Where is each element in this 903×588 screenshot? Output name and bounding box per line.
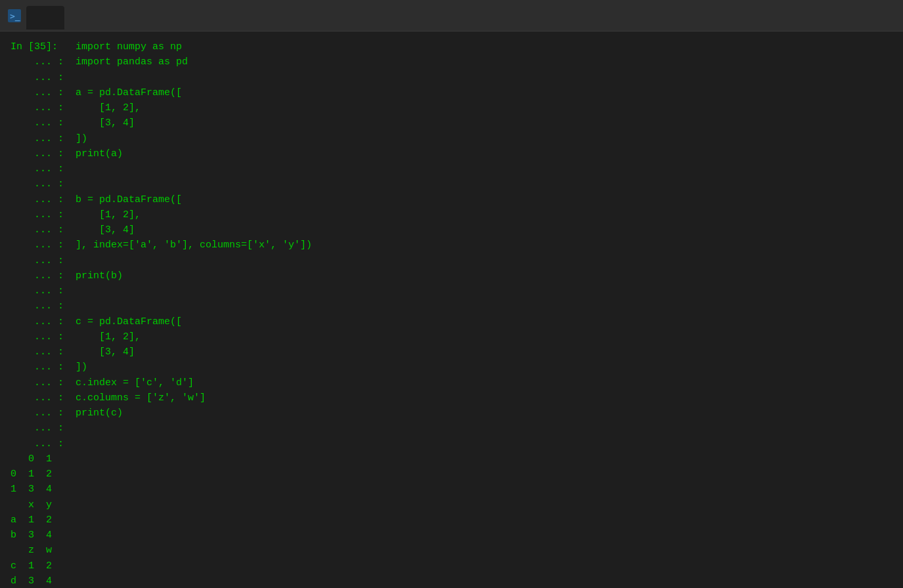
output-line: 0 1 2 [11, 467, 892, 482]
terminal-line: ... : print(c) [11, 406, 892, 421]
prompt: ... : [11, 406, 70, 421]
prompt: ... : [11, 253, 70, 268]
close-button[interactable] [865, 0, 895, 32]
prompt: ... : [11, 238, 70, 253]
code-text: [1, 2], [70, 100, 141, 116]
minimize-button[interactable] [804, 0, 835, 32]
terminal-line: ... : [11, 421, 892, 436]
terminal-line: ... : a = pd.DataFrame([ [11, 85, 892, 100]
code-text: [1, 2], [70, 329, 141, 345]
terminal-line: ... : ]) [11, 131, 892, 146]
code-text: c = pd.DataFrame([ [70, 314, 182, 329]
terminal-line: ... : [11, 70, 892, 85]
prompt: ... : [11, 421, 70, 436]
terminal-line: ... : c.index = ['c', 'd'] [11, 375, 892, 390]
terminal-line: In [35]: import numpy as np [11, 39, 892, 54]
terminal-line: ... : b = pd.DataFrame([ [11, 192, 892, 207]
code-text: c.columns = ['z', 'w'] [70, 390, 206, 406]
dropdown-button[interactable] [93, 7, 112, 25]
terminal-line: ... : [11, 436, 892, 452]
code-text: [1, 2], [70, 207, 141, 222]
terminal-line: ... : print(b) [11, 268, 892, 284]
prompt: ... : [11, 161, 70, 177]
code-text: c.index = ['c', 'd'] [70, 375, 194, 390]
output-line: 1 3 4 [11, 482, 892, 497]
prompt: ... : [11, 284, 70, 299]
prompt: ... : [11, 85, 70, 100]
code-text: import pandas as pd [70, 54, 188, 70]
terminal-output: In [35]: import numpy as np ... : import… [0, 32, 903, 588]
prompt: ... : [11, 375, 70, 390]
prompt: ... : [11, 314, 70, 329]
prompt: ... : [11, 436, 70, 452]
prompt: ... : [11, 100, 70, 116]
output-line: a 1 2 [11, 513, 892, 528]
prompt: ... : [11, 390, 70, 406]
prompt: ... : [11, 54, 70, 70]
prompt: In [35]: [11, 39, 70, 54]
terminal-line: ... : [11, 299, 892, 314]
terminal-line: ... : ]) [11, 360, 892, 375]
prompt: ... : [11, 268, 70, 284]
maximize-button[interactable] [835, 0, 865, 32]
tab-actions [72, 7, 112, 25]
terminal-line: ... : import pandas as pd [11, 54, 892, 70]
prompt: ... : [11, 116, 70, 131]
svg-text:>_: >_ [10, 11, 20, 22]
terminal-line: ... : [11, 253, 892, 268]
code-text: a = pd.DataFrame([ [70, 85, 182, 100]
output-line: 0 1 [11, 452, 892, 467]
terminal-line: ... : print(a) [11, 146, 892, 161]
titlebar: >_ [0, 0, 903, 32]
code-text: ]) [70, 360, 87, 375]
prompt: ... : [11, 177, 70, 192]
prompt: ... : [11, 345, 70, 360]
terminal-line: ... : [11, 161, 892, 177]
tab-close-button[interactable] [43, 12, 54, 23]
code-text: [3, 4] [70, 222, 135, 238]
code-text: ], index=['a', 'b'], columns=['x', 'y']) [70, 238, 312, 253]
terminal-line: ... : [1, 2], [11, 207, 892, 222]
terminal-line: ... : [1, 2], [11, 329, 892, 345]
terminal-line: ... : [3, 4] [11, 222, 892, 238]
code-text: print(a) [70, 146, 123, 161]
active-tab[interactable] [26, 6, 64, 30]
code-lines: In [35]: import numpy as np ... : import… [11, 39, 892, 452]
code-text: print(c) [70, 406, 123, 421]
prompt: ... : [11, 329, 70, 345]
output-lines: 0 10 1 21 3 4 x ya 1 2b 3 4 z wc 1 2d 3 … [11, 452, 892, 588]
prompt: ... : [11, 70, 70, 85]
terminal-line: ... : c = pd.DataFrame([ [11, 314, 892, 329]
terminal-line: ... : [11, 284, 892, 299]
output-line: c 1 2 [11, 558, 892, 574]
code-text: [3, 4] [70, 116, 135, 131]
code-text: import numpy as np [70, 39, 182, 54]
terminal-line: ... : [3, 4] [11, 116, 892, 131]
window-controls [804, 0, 895, 32]
code-text: b = pd.DataFrame([ [70, 192, 182, 207]
new-tab-button[interactable] [72, 7, 91, 25]
prompt: ... : [11, 131, 70, 146]
terminal-line: ... : ], index=['a', 'b'], columns=['x',… [11, 238, 892, 253]
code-text: ]) [70, 131, 87, 146]
prompt: ... : [11, 207, 70, 222]
output-line: z w [11, 543, 892, 558]
prompt: ... : [11, 360, 70, 375]
terminal-line: ... : [1, 2], [11, 100, 892, 116]
terminal-line: ... : [11, 177, 892, 192]
terminal-line: ... : [3, 4] [11, 345, 892, 360]
app-icon: >_ [8, 9, 21, 22]
prompt: ... : [11, 192, 70, 207]
prompt: ... : [11, 222, 70, 238]
code-text: print(b) [70, 268, 123, 284]
code-text: [3, 4] [70, 345, 135, 360]
prompt: ... : [11, 146, 70, 161]
output-line: b 3 4 [11, 528, 892, 543]
output-line: x y [11, 497, 892, 513]
prompt: ... : [11, 299, 70, 314]
terminal-line: ... : c.columns = ['z', 'w'] [11, 390, 892, 406]
output-line: d 3 4 [11, 574, 892, 588]
